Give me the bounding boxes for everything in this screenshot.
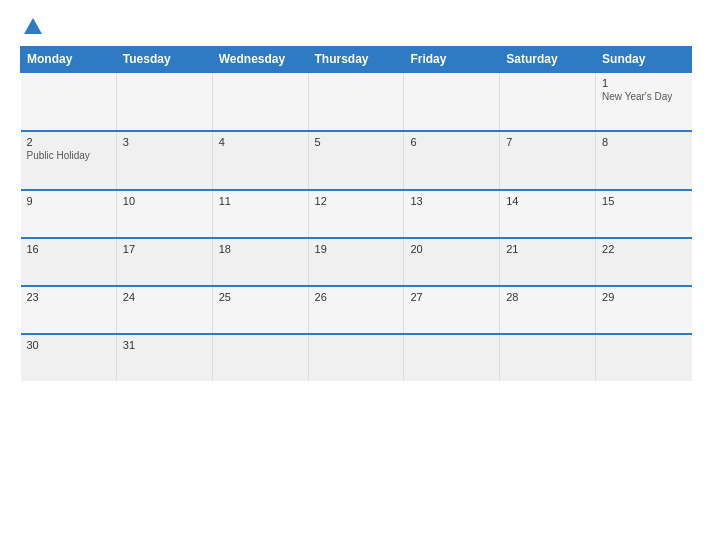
calendar-cell: 3 [116, 131, 212, 190]
day-number: 14 [506, 195, 589, 207]
day-number: 4 [219, 136, 302, 148]
day-number: 26 [315, 291, 398, 303]
calendar-cell: 13 [404, 190, 500, 238]
calendar-cell: 17 [116, 238, 212, 286]
calendar-week-row: 3031 [21, 334, 692, 381]
col-tuesday: Tuesday [116, 47, 212, 73]
holiday-label: New Year's Day [602, 91, 685, 102]
calendar-week-row: 9101112131415 [21, 190, 692, 238]
day-number: 29 [602, 291, 685, 303]
calendar-week-row: 1New Year's Day [21, 72, 692, 131]
day-number: 3 [123, 136, 206, 148]
calendar-cell: 27 [404, 286, 500, 334]
header [20, 16, 692, 38]
calendar-cell: 9 [21, 190, 117, 238]
calendar-week-row: 23242526272829 [21, 286, 692, 334]
calendar-cell: 30 [21, 334, 117, 381]
calendar-cell [500, 334, 596, 381]
calendar-cell [212, 334, 308, 381]
calendar-cell: 6 [404, 131, 500, 190]
day-number: 18 [219, 243, 302, 255]
day-number: 23 [27, 291, 110, 303]
calendar-week-row: 2Public Holiday345678 [21, 131, 692, 190]
day-number: 12 [315, 195, 398, 207]
calendar-cell [308, 334, 404, 381]
calendar-cell: 25 [212, 286, 308, 334]
calendar-header-row: Monday Tuesday Wednesday Thursday Friday… [21, 47, 692, 73]
calendar-cell [308, 72, 404, 131]
day-number: 8 [602, 136, 685, 148]
calendar-cell [21, 72, 117, 131]
day-number: 22 [602, 243, 685, 255]
calendar-cell: 8 [596, 131, 692, 190]
day-number: 11 [219, 195, 302, 207]
calendar-cell [212, 72, 308, 131]
calendar-cell [116, 72, 212, 131]
calendar-cell: 14 [500, 190, 596, 238]
logo-triangle-icon [22, 16, 44, 38]
day-number: 21 [506, 243, 589, 255]
day-number: 25 [219, 291, 302, 303]
calendar-cell [404, 334, 500, 381]
calendar-cell: 12 [308, 190, 404, 238]
col-sunday: Sunday [596, 47, 692, 73]
calendar-cell [596, 334, 692, 381]
calendar-week-row: 16171819202122 [21, 238, 692, 286]
logo [20, 16, 44, 38]
day-number: 20 [410, 243, 493, 255]
calendar-cell: 22 [596, 238, 692, 286]
svg-marker-0 [24, 18, 42, 34]
calendar-cell: 11 [212, 190, 308, 238]
calendar-cell: 26 [308, 286, 404, 334]
calendar-cell [500, 72, 596, 131]
day-number: 13 [410, 195, 493, 207]
calendar-cell: 21 [500, 238, 596, 286]
calendar-cell: 23 [21, 286, 117, 334]
calendar-cell: 15 [596, 190, 692, 238]
day-number: 1 [602, 77, 685, 89]
holiday-label: Public Holiday [27, 150, 110, 161]
calendar-cell: 1New Year's Day [596, 72, 692, 131]
calendar-cell: 16 [21, 238, 117, 286]
calendar-cell: 10 [116, 190, 212, 238]
day-number: 7 [506, 136, 589, 148]
day-number: 16 [27, 243, 110, 255]
col-thursday: Thursday [308, 47, 404, 73]
calendar-cell: 29 [596, 286, 692, 334]
col-wednesday: Wednesday [212, 47, 308, 73]
day-number: 6 [410, 136, 493, 148]
calendar-cell: 24 [116, 286, 212, 334]
day-number: 28 [506, 291, 589, 303]
day-number: 10 [123, 195, 206, 207]
calendar-cell: 4 [212, 131, 308, 190]
day-number: 17 [123, 243, 206, 255]
day-number: 9 [27, 195, 110, 207]
col-monday: Monday [21, 47, 117, 73]
calendar-cell: 20 [404, 238, 500, 286]
day-number: 15 [602, 195, 685, 207]
page: Monday Tuesday Wednesday Thursday Friday… [0, 0, 712, 550]
day-number: 27 [410, 291, 493, 303]
calendar-cell: 7 [500, 131, 596, 190]
calendar-cell: 2Public Holiday [21, 131, 117, 190]
calendar-cell: 18 [212, 238, 308, 286]
calendar-cell: 5 [308, 131, 404, 190]
calendar-cell [404, 72, 500, 131]
day-number: 2 [27, 136, 110, 148]
day-number: 24 [123, 291, 206, 303]
calendar-cell: 28 [500, 286, 596, 334]
day-number: 5 [315, 136, 398, 148]
col-saturday: Saturday [500, 47, 596, 73]
calendar-cell: 19 [308, 238, 404, 286]
day-number: 30 [27, 339, 110, 351]
calendar-cell: 31 [116, 334, 212, 381]
day-number: 31 [123, 339, 206, 351]
calendar-table: Monday Tuesday Wednesday Thursday Friday… [20, 46, 692, 381]
day-number: 19 [315, 243, 398, 255]
col-friday: Friday [404, 47, 500, 73]
